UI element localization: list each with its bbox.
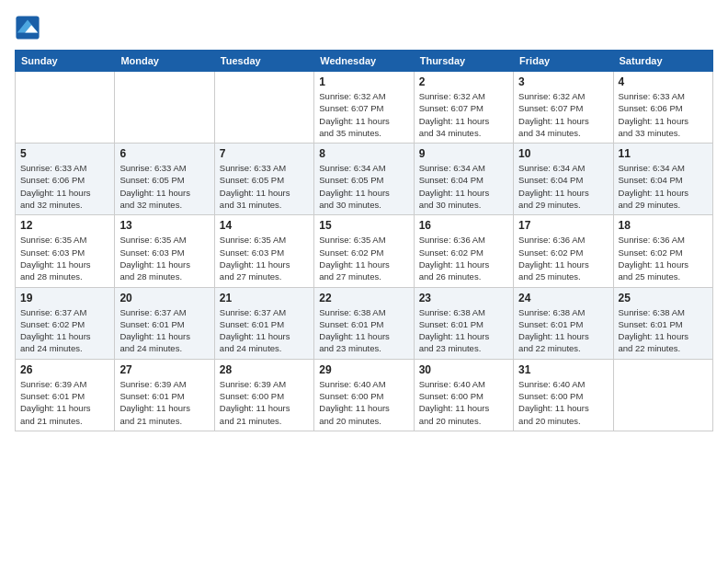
cell-content: Sunrise: 6:39 AM Sunset: 6:00 PM Dayligh… <box>220 378 309 427</box>
calendar-cell: 11Sunrise: 6:34 AM Sunset: 6:04 PM Dayli… <box>613 144 712 215</box>
day-number: 6 <box>119 147 209 160</box>
calendar-cell: 2Sunrise: 6:32 AM Sunset: 6:07 PM Daylig… <box>414 72 513 144</box>
week-row-3: 12Sunrise: 6:35 AM Sunset: 6:03 PM Dayli… <box>16 215 713 287</box>
cell-content: Sunrise: 6:36 AM Sunset: 6:02 PM Dayligh… <box>619 234 708 282</box>
calendar-cell <box>613 359 712 431</box>
day-number: 23 <box>419 292 508 304</box>
cell-content: Sunrise: 6:39 AM Sunset: 6:01 PM Dayligh… <box>20 378 109 427</box>
calendar-cell: 12Sunrise: 6:35 AM Sunset: 6:03 PM Dayli… <box>16 215 115 287</box>
week-row-1: 1Sunrise: 6:32 AM Sunset: 6:07 PM Daylig… <box>16 72 713 144</box>
calendar-cell: 27Sunrise: 6:39 AM Sunset: 6:01 PM Dayli… <box>115 359 214 431</box>
day-number: 12 <box>20 219 109 232</box>
calendar-cell <box>16 72 115 144</box>
weekday-header-thursday: Thursday <box>414 51 513 72</box>
day-number: 18 <box>619 219 708 232</box>
day-number: 11 <box>619 147 708 160</box>
day-number: 1 <box>319 75 408 88</box>
cell-content: Sunrise: 6:33 AM Sunset: 6:05 PM Dayligh… <box>220 162 309 211</box>
cell-content: Sunrise: 6:33 AM Sunset: 6:06 PM Dayligh… <box>20 162 109 211</box>
calendar-cell: 22Sunrise: 6:38 AM Sunset: 6:01 PM Dayli… <box>314 287 414 359</box>
cell-content: Sunrise: 6:35 AM Sunset: 6:03 PM Dayligh… <box>20 234 109 282</box>
cell-content: Sunrise: 6:40 AM Sunset: 6:00 PM Dayligh… <box>419 378 508 427</box>
cell-content: Sunrise: 6:34 AM Sunset: 6:04 PM Dayligh… <box>419 162 508 211</box>
day-number: 10 <box>518 147 608 160</box>
cell-content: Sunrise: 6:37 AM Sunset: 6:01 PM Dayligh… <box>220 306 309 355</box>
calendar-cell: 14Sunrise: 6:35 AM Sunset: 6:03 PM Dayli… <box>214 215 313 287</box>
weekday-header-monday: Monday <box>115 51 214 72</box>
calendar-cell <box>115 72 214 144</box>
calendar-cell: 31Sunrise: 6:40 AM Sunset: 6:00 PM Dayli… <box>514 359 613 431</box>
cell-content: Sunrise: 6:37 AM Sunset: 6:01 PM Dayligh… <box>119 306 209 355</box>
day-number: 14 <box>220 219 309 232</box>
day-number: 9 <box>419 147 508 160</box>
calendar-cell: 25Sunrise: 6:38 AM Sunset: 6:01 PM Dayli… <box>613 287 712 359</box>
calendar-cell: 3Sunrise: 6:32 AM Sunset: 6:07 PM Daylig… <box>514 72 613 144</box>
cell-content: Sunrise: 6:39 AM Sunset: 6:01 PM Dayligh… <box>119 378 209 427</box>
calendar-cell: 7Sunrise: 6:33 AM Sunset: 6:05 PM Daylig… <box>214 144 313 215</box>
week-row-5: 26Sunrise: 6:39 AM Sunset: 6:01 PM Dayli… <box>16 359 713 431</box>
day-number: 27 <box>119 363 209 376</box>
day-number: 17 <box>518 219 608 232</box>
day-number: 24 <box>518 292 608 304</box>
weekday-header-sunday: Sunday <box>16 51 115 72</box>
calendar-cell: 15Sunrise: 6:35 AM Sunset: 6:02 PM Dayli… <box>314 215 414 287</box>
day-number: 5 <box>20 147 109 160</box>
day-number: 8 <box>319 147 408 160</box>
calendar-cell: 10Sunrise: 6:34 AM Sunset: 6:04 PM Dayli… <box>514 144 613 215</box>
cell-content: Sunrise: 6:34 AM Sunset: 6:05 PM Dayligh… <box>319 162 408 211</box>
calendar-cell: 4Sunrise: 6:33 AM Sunset: 6:06 PM Daylig… <box>613 72 712 144</box>
calendar-body: 1Sunrise: 6:32 AM Sunset: 6:07 PM Daylig… <box>16 72 713 431</box>
cell-content: Sunrise: 6:36 AM Sunset: 6:02 PM Dayligh… <box>419 234 508 282</box>
calendar-cell: 1Sunrise: 6:32 AM Sunset: 6:07 PM Daylig… <box>314 72 414 144</box>
weekday-header-friday: Friday <box>514 51 613 72</box>
weekday-header-wednesday: Wednesday <box>314 51 414 72</box>
week-row-2: 5Sunrise: 6:33 AM Sunset: 6:06 PM Daylig… <box>16 144 713 215</box>
week-row-4: 19Sunrise: 6:37 AM Sunset: 6:02 PM Dayli… <box>16 287 713 359</box>
cell-content: Sunrise: 6:37 AM Sunset: 6:02 PM Dayligh… <box>20 306 109 355</box>
cell-content: Sunrise: 6:38 AM Sunset: 6:01 PM Dayligh… <box>619 306 708 355</box>
cell-content: Sunrise: 6:32 AM Sunset: 6:07 PM Dayligh… <box>419 90 508 139</box>
day-number: 30 <box>419 363 508 376</box>
calendar-cell <box>214 72 313 144</box>
calendar-cell: 18Sunrise: 6:36 AM Sunset: 6:02 PM Dayli… <box>613 215 712 287</box>
weekday-header-tuesday: Tuesday <box>214 51 313 72</box>
cell-content: Sunrise: 6:35 AM Sunset: 6:02 PM Dayligh… <box>319 234 408 282</box>
day-number: 26 <box>20 363 109 376</box>
cell-content: Sunrise: 6:35 AM Sunset: 6:03 PM Dayligh… <box>119 234 209 282</box>
calendar-cell: 20Sunrise: 6:37 AM Sunset: 6:01 PM Dayli… <box>115 287 214 359</box>
day-number: 28 <box>220 363 309 376</box>
cell-content: Sunrise: 6:38 AM Sunset: 6:01 PM Dayligh… <box>518 306 608 355</box>
calendar-cell: 17Sunrise: 6:36 AM Sunset: 6:02 PM Dayli… <box>514 215 613 287</box>
calendar-cell: 16Sunrise: 6:36 AM Sunset: 6:02 PM Dayli… <box>414 215 513 287</box>
cell-content: Sunrise: 6:38 AM Sunset: 6:01 PM Dayligh… <box>319 306 408 355</box>
day-number: 7 <box>220 147 309 160</box>
day-number: 15 <box>319 219 408 232</box>
calendar-cell: 6Sunrise: 6:33 AM Sunset: 6:05 PM Daylig… <box>115 144 214 215</box>
calendar-table: SundayMondayTuesdayWednesdayThursdayFrid… <box>15 50 713 431</box>
day-number: 16 <box>419 219 508 232</box>
day-number: 31 <box>518 363 608 376</box>
day-number: 19 <box>20 292 109 304</box>
calendar-header: SundayMondayTuesdayWednesdayThursdayFrid… <box>16 51 713 72</box>
calendar-cell: 29Sunrise: 6:40 AM Sunset: 6:00 PM Dayli… <box>314 359 414 431</box>
calendar-cell: 23Sunrise: 6:38 AM Sunset: 6:01 PM Dayli… <box>414 287 513 359</box>
calendar-cell: 26Sunrise: 6:39 AM Sunset: 6:01 PM Dayli… <box>16 359 115 431</box>
day-number: 3 <box>518 75 608 88</box>
calendar-cell: 5Sunrise: 6:33 AM Sunset: 6:06 PM Daylig… <box>16 144 115 215</box>
header <box>15 15 713 40</box>
cell-content: Sunrise: 6:40 AM Sunset: 6:00 PM Dayligh… <box>518 378 608 427</box>
day-number: 4 <box>619 75 708 88</box>
day-number: 13 <box>119 219 209 232</box>
calendar-cell: 30Sunrise: 6:40 AM Sunset: 6:00 PM Dayli… <box>414 359 513 431</box>
day-number: 2 <box>419 75 508 88</box>
day-number: 29 <box>319 363 408 376</box>
day-number: 25 <box>619 292 708 304</box>
day-number: 20 <box>119 292 209 304</box>
weekday-header-saturday: Saturday <box>613 51 712 72</box>
day-number: 21 <box>220 292 309 304</box>
calendar-cell: 24Sunrise: 6:38 AM Sunset: 6:01 PM Dayli… <box>514 287 613 359</box>
calendar-cell: 8Sunrise: 6:34 AM Sunset: 6:05 PM Daylig… <box>314 144 414 215</box>
cell-content: Sunrise: 6:34 AM Sunset: 6:04 PM Dayligh… <box>619 162 708 211</box>
cell-content: Sunrise: 6:33 AM Sunset: 6:05 PM Dayligh… <box>119 162 209 211</box>
weekday-row: SundayMondayTuesdayWednesdayThursdayFrid… <box>16 51 713 72</box>
